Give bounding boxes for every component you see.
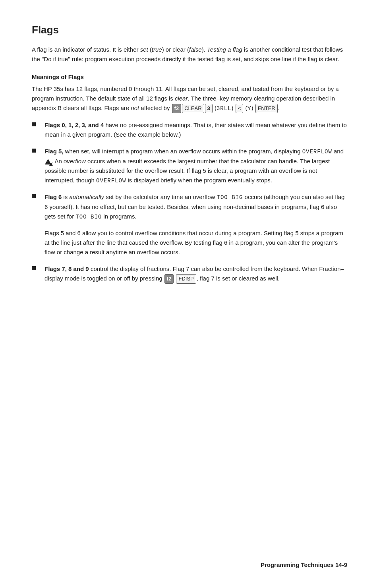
bullet-item-flags-0-4: Flags 0, 1, 2, 3, and 4 have no pre-assi… [32,120,347,139]
bullet-square-1 [32,122,36,126]
bullet-content-4: Flags 7, 8 and 9 control the display of … [44,264,347,284]
bullet-content-1: Flags 0, 1, 2, 3, and 4 have no pre-assi… [44,120,347,139]
bullet-list: Flags 0, 1, 2, 3, and 4 have no pre-assi… [32,120,347,221]
bullet-item-flag-5: Flag 5, when set, will interrupt a progr… [32,147,347,185]
key-clear-btn: CLEAR [182,104,204,114]
key-f2-btn: f2 [164,274,174,284]
bullet-square-4 [32,266,36,270]
intro-paragraph: A flag is an indicator of status. It is … [32,45,347,64]
key-3-btn: 3 [205,104,213,114]
bullet-square-2 [32,149,36,153]
key-lt-btn: < [236,104,244,114]
key-f-btn: f2 [172,104,182,114]
bullet-content-3: Flag 6 is automatically set by the calcu… [44,192,347,221]
flags-56-paragraph: Flags 5 and 6 allow you to control overf… [44,228,347,257]
page-footer: Programming Techniques 14-9 [261,561,347,568]
meanings-paragraph: The HP 35s has 12 flags, numbered 0 thro… [32,84,347,113]
key-fdisp-btn: FDISP [176,274,196,284]
page-title: Flags [32,24,347,36]
bullet-item-flags-7-9: Flags 7, 8 and 9 control the display of … [32,264,347,284]
key-enter-btn: ENTER [255,104,278,114]
bullet-list-2: Flags 7, 8 and 9 control the display of … [32,264,347,284]
bullet-content-2: Flag 5, when set, will interrupt a progr… [44,147,347,185]
bullet-square-3 [32,194,36,198]
3all-display: 3RLL [217,105,232,112]
warning-icon: ▲ [45,159,51,164]
meanings-subheading: Meanings of Flags [32,74,347,80]
bullet-item-flag-6: Flag 6 is automatically set by the calcu… [32,192,347,221]
